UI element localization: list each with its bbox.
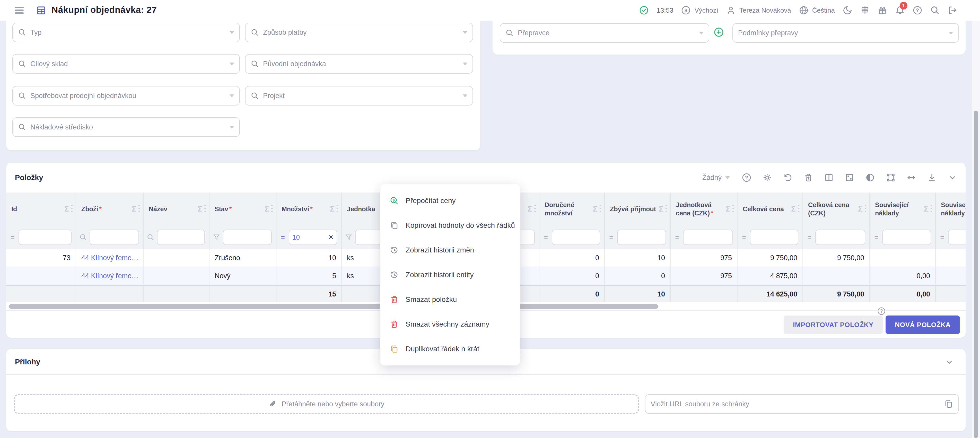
jednotka-filter[interactable] (355, 229, 382, 245)
jednotkova-cena-filter[interactable] (683, 229, 733, 245)
zbyva-filter-input[interactable] (621, 233, 662, 241)
equals-icon[interactable]: = (873, 233, 880, 241)
column-header-zbyva[interactable]: Zbývá přijmoutΣ (605, 193, 671, 225)
sum-icon[interactable]: Σ (924, 205, 929, 213)
file-dropzone[interactable]: Přetáhněte nebo vyberte soubory (14, 394, 639, 414)
equals-icon[interactable]: = (9, 233, 16, 241)
settings-gear-icon[interactable] (762, 173, 772, 182)
cilovy-sklad-field[interactable]: Cílový sklad (12, 54, 240, 73)
fit-width-icon[interactable] (907, 173, 916, 182)
menu-item-delete-all[interactable]: Smazat všechny záznamy (380, 312, 520, 337)
vertical-scrollbar-thumb[interactable] (974, 111, 978, 438)
menu-item-duplicate-row[interactable]: Duplikovat řádek n krát (380, 337, 520, 361)
help-icon[interactable]: ? (742, 173, 751, 182)
menu-item-change-history[interactable]: Zobrazit historii změn (380, 238, 520, 263)
celkova-cena-czk-filter[interactable] (815, 229, 865, 245)
logout-icon[interactable] (948, 5, 957, 15)
equals-icon[interactable]: = (939, 233, 945, 241)
column-grip-icon[interactable] (204, 205, 206, 213)
equals-icon[interactable]: = (542, 233, 549, 241)
equals-icon[interactable]: = (806, 233, 813, 241)
zbozi-filter-input[interactable] (93, 233, 135, 241)
column-header-zbozi[interactable]: Zboží*Σ (76, 193, 143, 225)
spotrebovat-field[interactable]: Spotřebovat prodejní objednávkou (12, 86, 240, 105)
file-url-field[interactable] (645, 394, 959, 414)
column-grip-icon[interactable] (534, 205, 536, 213)
column-grip-icon[interactable] (798, 205, 799, 213)
dorucene-filter-input[interactable] (555, 233, 597, 241)
chevron-down-icon[interactable] (948, 173, 957, 182)
column-header-stav[interactable]: Stav*Σ (210, 193, 277, 225)
horizontal-scrollbar-thumb[interactable] (9, 304, 658, 309)
pricelist-selector[interactable]: $ Výchozí (681, 5, 718, 15)
zbozi-filter[interactable] (89, 229, 139, 245)
column-header-id[interactable]: IdΣ (6, 193, 76, 225)
chevron-down-icon[interactable] (945, 357, 954, 367)
equals-icon[interactable]: = (608, 233, 614, 241)
vertical-scrollbar[interactable] (972, 21, 980, 438)
nazev-filter[interactable] (157, 229, 205, 245)
product-link[interactable]: 44 Klínový řeme… (81, 254, 138, 262)
mnozstvi-filter[interactable]: ✕ (289, 229, 337, 245)
sum-icon[interactable]: Σ (858, 205, 863, 213)
dorucene-filter[interactable] (552, 229, 600, 245)
download-icon[interactable] (927, 173, 937, 182)
search-icon[interactable] (79, 233, 87, 241)
clear-filter-icon[interactable]: ✕ (326, 234, 334, 241)
column-header-dorucene[interactable]: Doručené množstvíΣ (539, 193, 605, 225)
signpost-icon[interactable] (860, 5, 870, 15)
celkova-cena-filter-input[interactable] (754, 233, 795, 241)
column-grip-icon[interactable] (138, 205, 140, 213)
split-columns-icon[interactable] (824, 173, 834, 182)
column-grip-icon[interactable] (271, 205, 273, 213)
menu-item-entity-history[interactable]: Zobrazit historii entity (380, 263, 520, 287)
import-items-button[interactable]: IMPORTOVAT POLOŽKY (784, 315, 883, 334)
column-grip-icon[interactable] (732, 205, 734, 213)
podminky-prepravy-field[interactable]: Podmínky přepravy (732, 23, 959, 43)
hamburger-menu-icon[interactable] (15, 7, 24, 14)
souvisejici-czk-filter-input[interactable] (952, 233, 966, 241)
sum-icon[interactable]: Σ (791, 205, 796, 213)
menu-item-copy-values[interactable]: Kopírovat hodnoty do všech řádků (380, 213, 520, 238)
id-filter[interactable] (19, 229, 72, 245)
projekt-field[interactable]: Projekt (245, 86, 473, 105)
souvisejici-czk-filter[interactable] (948, 229, 966, 245)
column-grip-icon[interactable] (71, 205, 73, 213)
sum-icon[interactable]: Σ (528, 205, 532, 213)
contrast-eye-icon[interactable] (865, 173, 875, 182)
file-url-input[interactable] (651, 400, 940, 408)
puvodni-objednavka-field[interactable]: Původní objednávka (245, 54, 473, 73)
souvisejici-filter[interactable] (882, 229, 931, 245)
column-header-jednotkova-cena[interactable]: Jednotková cena (CZK)*Σ (671, 193, 738, 225)
column-header-celkova-cena-czk[interactable]: Celková cena (CZK)Σ (803, 193, 870, 225)
stav-filter-input[interactable] (226, 233, 268, 241)
sum-icon[interactable]: Σ (726, 205, 730, 213)
column-header-celkova-cena[interactable]: Celková cenaΣ (738, 193, 803, 225)
column-grip-icon[interactable] (865, 205, 866, 213)
gift-icon[interactable] (878, 5, 887, 15)
equals-icon[interactable]: = (741, 233, 747, 241)
souvisejici-filter-input[interactable] (886, 233, 928, 241)
product-link[interactable]: 44 Klínový řeme… (81, 272, 138, 280)
new-item-button[interactable]: NOVÁ POLOŽKA (886, 315, 960, 334)
paste-clipboard-icon[interactable] (944, 400, 953, 409)
nakladove-stredisko-field[interactable]: Nákladové středisko (12, 117, 240, 137)
stav-filter[interactable] (223, 229, 272, 245)
zbyva-filter[interactable] (617, 229, 666, 245)
dark-mode-icon[interactable] (843, 5, 852, 15)
sum-icon[interactable]: Σ (198, 205, 202, 213)
column-header-souvisejici-naklady[interactable]: Související nákladyΣ (870, 193, 936, 225)
celkova-cena-filter[interactable] (750, 229, 798, 245)
notifications-bell-icon[interactable]: 1 (895, 5, 905, 15)
help-icon[interactable]: ? (877, 307, 886, 315)
undo-icon[interactable] (783, 173, 793, 182)
column-header-mnozstvi[interactable]: Množství*Σ (277, 193, 342, 225)
sum-icon[interactable]: Σ (593, 205, 598, 213)
column-grip-icon[interactable] (931, 205, 932, 213)
nazev-filter-input[interactable] (161, 233, 201, 241)
typ-field[interactable]: Typ (12, 23, 240, 42)
id-filter-input[interactable] (22, 233, 68, 241)
sum-icon[interactable]: Σ (64, 205, 69, 213)
search-icon[interactable] (147, 233, 154, 241)
group-by-dropdown[interactable]: Žádný (702, 174, 730, 182)
